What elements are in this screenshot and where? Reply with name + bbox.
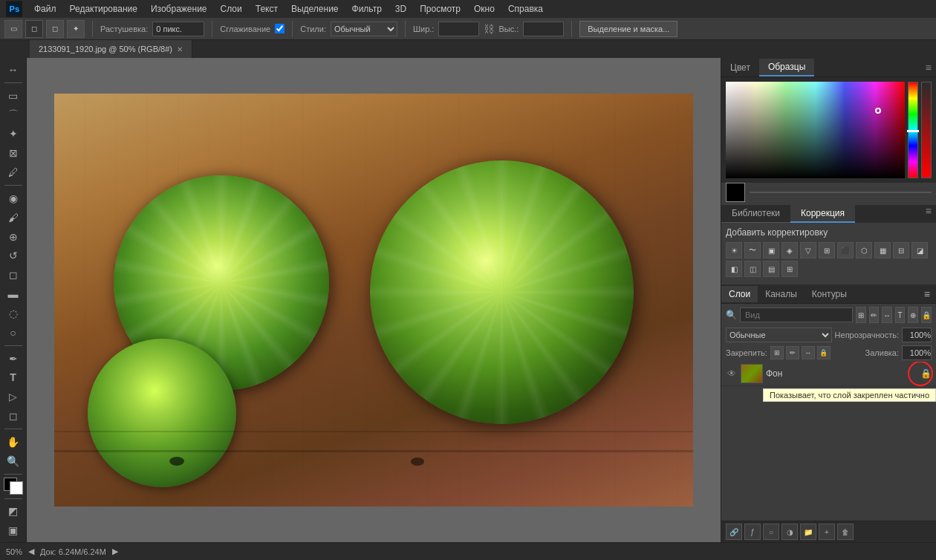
- menu-image[interactable]: Изображение: [145, 2, 213, 16]
- lasso-tool[interactable]: ⌒: [3, 106, 24, 124]
- corr-curves[interactable]: 〜: [744, 242, 761, 258]
- layer-visibility-toggle[interactable]: 👁: [726, 368, 738, 380]
- nav-arrow-right[interactable]: ▶: [112, 547, 118, 556]
- layers-ctrl-btn-3[interactable]: ↔: [882, 307, 892, 323]
- hand-tool[interactable]: ✋: [3, 433, 24, 451]
- menu-file[interactable]: Файл: [28, 2, 62, 16]
- add-style-btn[interactable]: ƒ: [744, 524, 761, 540]
- document-tab[interactable]: 2133091_1920.jpg @ 50% (RGB/8#) ✕: [30, 40, 192, 58]
- quick-select-tool[interactable]: ✦: [3, 125, 24, 143]
- link-layers-btn[interactable]: 🔗: [726, 524, 742, 540]
- tab-channels[interactable]: Каналы: [758, 286, 805, 302]
- menu-text[interactable]: Текст: [250, 2, 284, 16]
- fill-input[interactable]: [902, 345, 932, 360]
- corr-hsl[interactable]: ▽: [800, 242, 816, 258]
- eyedropper-tool[interactable]: 🖊: [3, 163, 24, 181]
- path-select-tool[interactable]: ▷: [3, 388, 24, 406]
- tool-preset-btn[interactable]: ▭: [4, 20, 22, 38]
- corr-brightness[interactable]: ☀: [726, 242, 742, 258]
- corr-exposure[interactable]: ▣: [763, 242, 779, 258]
- tool-btn-3[interactable]: ◻: [46, 20, 64, 38]
- add-mask-btn[interactable]: ○: [763, 524, 779, 540]
- blur-tool[interactable]: ◌: [3, 305, 24, 322]
- layers-ctrl-btn-4[interactable]: T: [895, 307, 906, 323]
- lock-position-btn[interactable]: ↔: [802, 346, 815, 359]
- alpha-strip[interactable]: [921, 82, 932, 178]
- layers-ctrl-btn-5[interactable]: ⊕: [908, 307, 918, 323]
- layers-blend-mode[interactable]: Обычные: [726, 328, 832, 342]
- menu-window[interactable]: Окно: [468, 2, 501, 16]
- color-swatches[interactable]: [4, 478, 23, 494]
- lock-paint-btn[interactable]: ✏: [786, 346, 799, 359]
- pen-tool[interactable]: ✒: [3, 350, 24, 368]
- feather-input[interactable]: [152, 22, 204, 36]
- fg-color-swatch[interactable]: [726, 183, 745, 202]
- tab-layers[interactable]: Слои: [721, 286, 758, 302]
- panel-options-icon[interactable]: ≡: [921, 62, 936, 74]
- corr-levels[interactable]: ◪: [911, 242, 928, 258]
- crop-tool[interactable]: ⊠: [3, 144, 24, 162]
- delete-layer-btn[interactable]: 🗑: [837, 524, 854, 540]
- background-color[interactable]: [10, 481, 23, 495]
- corr-channel-mixer[interactable]: ▦: [874, 242, 891, 258]
- styles-select[interactable]: Обычный: [331, 22, 397, 36]
- smoothing-checkbox[interactable]: [275, 24, 285, 33]
- color-spectrum-2d[interactable]: [726, 82, 905, 178]
- corr-photo-filter[interactable]: ⬡: [856, 242, 872, 258]
- tool-btn-4[interactable]: ✦: [67, 20, 85, 38]
- menu-edit[interactable]: Редактирование: [64, 2, 143, 16]
- color-alpha-bar[interactable]: [750, 192, 932, 193]
- history-brush-tool[interactable]: ↺: [3, 247, 24, 264]
- menu-select[interactable]: Выделение: [285, 2, 345, 16]
- corr-gradient-map[interactable]: ▤: [763, 261, 779, 277]
- corr-color-balance[interactable]: ⊞: [819, 242, 835, 258]
- tab-correction[interactable]: Коррекция: [790, 205, 855, 223]
- rectangular-marquee-tool[interactable]: ▭: [3, 87, 24, 105]
- corr-bw[interactable]: ⬛: [837, 242, 854, 258]
- layers-ctrl-btn-2[interactable]: ✏: [869, 307, 880, 323]
- mask-button[interactable]: Выделение и маска...: [579, 21, 677, 37]
- lock-all-btn[interactable]: 🔒: [817, 346, 831, 359]
- opacity-input[interactable]: [902, 328, 932, 342]
- shape-tool[interactable]: ◻: [3, 407, 24, 425]
- screen-mode-btn[interactable]: ▣: [3, 521, 24, 539]
- clone-tool[interactable]: ⊕: [3, 228, 24, 246]
- layers-ctrl-btn-6[interactable]: 🔒: [921, 307, 932, 323]
- layer-row[interactable]: 👁 Фон 🔒 Показывает, что слой закреплен ч…: [721, 362, 936, 386]
- layers-search-input[interactable]: [740, 307, 853, 322]
- width-input[interactable]: [438, 22, 479, 36]
- menu-3d[interactable]: 3D: [389, 2, 412, 16]
- corr-selective-color[interactable]: ⊞: [781, 261, 798, 277]
- eraser-tool[interactable]: ◻: [3, 266, 24, 284]
- menu-filter[interactable]: Фильтр: [346, 2, 388, 16]
- new-layer-btn[interactable]: +: [819, 524, 835, 540]
- tool-btn-2[interactable]: ◻: [25, 20, 43, 38]
- height-input[interactable]: [523, 22, 564, 36]
- layers-ctrl-btn-1[interactable]: ⊞: [856, 307, 866, 323]
- corr-threshold[interactable]: ◫: [744, 261, 761, 277]
- lock-transparent-btn[interactable]: ⊞: [770, 346, 784, 359]
- corr-color-lookup[interactable]: ⊟: [893, 242, 909, 258]
- quick-mask-btn[interactable]: ◩: [3, 502, 24, 520]
- spot-heal-tool[interactable]: ◉: [3, 189, 24, 207]
- correction-options-icon[interactable]: ≡: [921, 205, 936, 223]
- new-group-btn[interactable]: 📁: [800, 524, 816, 540]
- tab-close-btn[interactable]: ✕: [177, 45, 183, 53]
- hue-bar[interactable]: [908, 82, 918, 178]
- menu-view[interactable]: Просмотр: [414, 2, 467, 16]
- tab-libraries[interactable]: Библиотеки: [721, 205, 790, 223]
- nav-arrow-left[interactable]: ◀: [28, 547, 34, 556]
- new-adjustment-btn[interactable]: ◑: [781, 524, 798, 540]
- menu-layers[interactable]: Слои: [215, 2, 248, 16]
- corr-vibrance[interactable]: ◈: [781, 242, 798, 258]
- zoom-tool[interactable]: 🔍: [3, 452, 24, 470]
- text-tool[interactable]: T: [3, 368, 24, 386]
- gradient-tool[interactable]: ▬: [3, 285, 24, 303]
- menu-help[interactable]: Справка: [502, 2, 549, 16]
- tab-color[interactable]: Цвет: [721, 59, 759, 76]
- move-tool[interactable]: ↔: [3, 61, 24, 79]
- tab-paths[interactable]: Контуры: [805, 286, 854, 302]
- layers-menu-icon[interactable]: ≡: [918, 288, 936, 300]
- tab-samples[interactable]: Образцы: [759, 59, 814, 76]
- dodge-tool[interactable]: ○: [3, 324, 24, 342]
